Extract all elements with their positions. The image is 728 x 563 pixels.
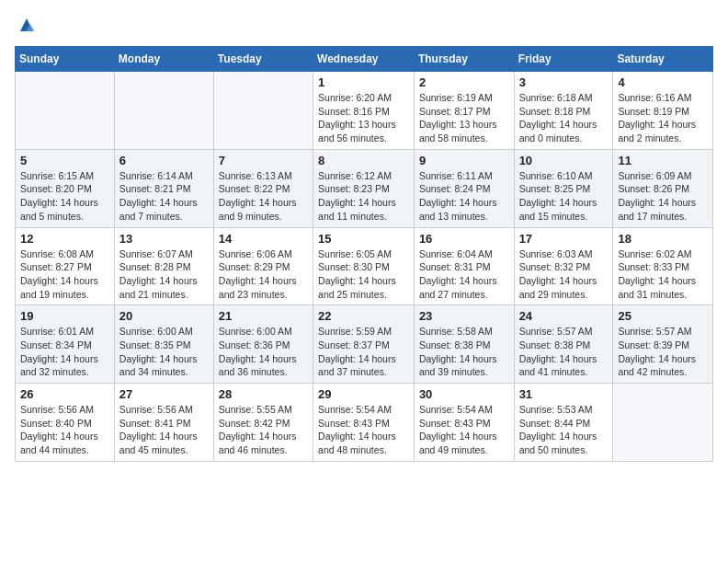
calendar-cell: 21Sunrise: 6:00 AMSunset: 8:36 PMDayligh… [213,305,313,384]
day-number: 20 [119,309,209,323]
weekday-header-sunday: Sunday [16,47,115,72]
day-number: 14 [219,232,308,246]
daylight-hours: Daylight: 14 hours [318,196,409,210]
sunrise-info: Sunrise: 6:16 AM [618,91,708,105]
day-info: Sunrise: 6:07 AMSunset: 8:28 PMDaylight:… [119,247,209,302]
sunrise-info: Sunrise: 6:00 AM [119,325,209,339]
calendar-cell: 20Sunrise: 6:00 AMSunset: 8:35 PMDayligh… [114,305,213,384]
calendar-cell: 30Sunrise: 5:54 AMSunset: 8:43 PMDayligh… [414,384,514,462]
calendar-cell: 31Sunrise: 5:53 AMSunset: 8:44 PMDayligh… [514,384,613,462]
calendar-cell [613,384,713,462]
calendar-cell: 25Sunrise: 5:57 AMSunset: 8:39 PMDayligh… [613,305,713,384]
sunset-info: Sunset: 8:27 PM [20,260,109,274]
day-number: 3 [519,75,609,89]
day-info-continuation: and 41 minutes. [519,365,609,379]
sunset-info: Sunset: 8:44 PM [519,417,609,431]
day-info: Sunrise: 5:55 AMSunset: 8:42 PMDaylight:… [219,403,308,457]
day-info-continuation: and 17 minutes. [618,210,708,224]
day-info: Sunrise: 6:05 AMSunset: 8:30 PMDaylight:… [318,247,409,302]
sunset-info: Sunset: 8:32 PM [519,260,609,274]
sunrise-info: Sunrise: 6:05 AM [318,247,409,261]
day-number: 25 [618,309,708,323]
sunrise-info: Sunrise: 5:54 AM [419,403,509,417]
day-info: Sunrise: 6:18 AMSunset: 8:18 PMDaylight:… [519,91,609,145]
daylight-hours: Daylight: 14 hours [519,430,609,443]
day-info-continuation: and 32 minutes. [20,365,109,379]
day-info: Sunrise: 6:16 AMSunset: 8:19 PMDaylight:… [618,91,708,145]
day-number: 29 [318,387,409,401]
day-info-continuation: and 7 minutes. [119,210,209,224]
sunset-info: Sunset: 8:37 PM [318,339,409,352]
day-number: 22 [318,309,409,323]
calendar-cell: 28Sunrise: 5:55 AMSunset: 8:42 PMDayligh… [213,384,313,462]
day-number: 26 [20,387,109,401]
sunset-info: Sunset: 8:20 PM [20,182,109,196]
calendar-cell: 3Sunrise: 6:18 AMSunset: 8:18 PMDaylight… [514,72,613,150]
sunrise-info: Sunrise: 6:10 AM [519,169,609,183]
day-number: 13 [119,232,209,246]
day-info-continuation: and 25 minutes. [318,288,409,302]
weekday-header-saturday: Saturday [613,47,713,72]
day-info: Sunrise: 6:02 AMSunset: 8:33 PMDaylight:… [618,247,708,302]
page-header [15,15,713,35]
day-info-continuation: and 31 minutes. [618,288,708,302]
day-info-continuation: and 15 minutes. [519,210,609,224]
daylight-hours: Daylight: 14 hours [318,274,409,288]
day-info-continuation: and 42 minutes. [618,365,708,379]
week-row-5: 26Sunrise: 5:56 AMSunset: 8:40 PMDayligh… [16,384,713,462]
week-row-4: 19Sunrise: 6:01 AMSunset: 8:34 PMDayligh… [16,305,713,384]
sunrise-info: Sunrise: 5:55 AM [219,403,308,417]
sunrise-info: Sunrise: 6:19 AM [419,91,509,105]
week-row-2: 5Sunrise: 6:15 AMSunset: 8:20 PMDaylight… [16,149,713,227]
calendar-cell: 23Sunrise: 5:58 AMSunset: 8:38 PMDayligh… [414,305,514,384]
day-info: Sunrise: 6:00 AMSunset: 8:35 PMDaylight:… [119,325,209,379]
calendar-cell: 17Sunrise: 6:03 AMSunset: 8:32 PMDayligh… [514,227,613,305]
calendar-cell [114,72,213,150]
day-info-continuation: and 23 minutes. [219,288,308,302]
day-info: Sunrise: 6:13 AMSunset: 8:22 PMDaylight:… [219,169,308,224]
weekday-header-wednesday: Wednesday [313,47,415,72]
day-number: 17 [519,232,609,246]
daylight-hours: Daylight: 14 hours [618,274,708,288]
daylight-hours: Daylight: 14 hours [519,196,609,210]
sunset-info: Sunset: 8:24 PM [419,182,509,196]
daylight-hours: Daylight: 14 hours [519,352,609,366]
daylight-hours: Daylight: 14 hours [618,196,708,210]
day-info-continuation: and 56 minutes. [318,132,409,145]
calendar-cell: 14Sunrise: 6:06 AMSunset: 8:29 PMDayligh… [213,227,313,305]
daylight-hours: Daylight: 14 hours [618,118,708,132]
calendar-cell [213,72,313,150]
sunset-info: Sunset: 8:38 PM [519,339,609,352]
day-info: Sunrise: 5:54 AMSunset: 8:43 PMDaylight:… [419,403,509,457]
daylight-hours: Daylight: 14 hours [119,352,209,366]
logo-icon [17,15,37,35]
day-info-continuation: and 37 minutes. [318,365,409,379]
sunrise-info: Sunrise: 6:00 AM [219,325,308,339]
day-info: Sunrise: 6:08 AMSunset: 8:27 PMDaylight:… [20,247,109,302]
sunset-info: Sunset: 8:31 PM [419,260,509,274]
day-number: 19 [20,309,109,323]
day-info-continuation: and 39 minutes. [419,365,509,379]
daylight-hours: Daylight: 14 hours [419,352,509,366]
calendar-cell: 15Sunrise: 6:05 AMSunset: 8:30 PMDayligh… [313,227,415,305]
sunrise-info: Sunrise: 6:15 AM [20,169,109,183]
day-info: Sunrise: 5:56 AMSunset: 8:41 PMDaylight:… [119,403,209,457]
sunrise-info: Sunrise: 6:18 AM [519,91,609,105]
sunset-info: Sunset: 8:16 PM [318,105,409,119]
calendar-table: SundayMondayTuesdayWednesdayThursdayFrid… [15,46,713,462]
weekday-header-friday: Friday [514,47,613,72]
day-info: Sunrise: 6:09 AMSunset: 8:26 PMDaylight:… [618,169,708,224]
calendar-cell: 2Sunrise: 6:19 AMSunset: 8:17 PMDaylight… [414,72,514,150]
day-number: 15 [318,232,409,246]
day-info-continuation: and 48 minutes. [318,443,409,457]
day-info-continuation: and 29 minutes. [519,288,609,302]
calendar-cell [16,72,115,150]
sunset-info: Sunset: 8:18 PM [519,105,609,119]
day-number: 16 [419,232,509,246]
sunrise-info: Sunrise: 5:56 AM [20,403,109,417]
sunrise-info: Sunrise: 6:07 AM [119,247,209,261]
calendar-cell: 1Sunrise: 6:20 AMSunset: 8:16 PMDaylight… [313,72,415,150]
day-number: 8 [318,154,409,167]
daylight-hours: Daylight: 14 hours [119,430,209,443]
day-info: Sunrise: 6:04 AMSunset: 8:31 PMDaylight:… [419,247,509,302]
